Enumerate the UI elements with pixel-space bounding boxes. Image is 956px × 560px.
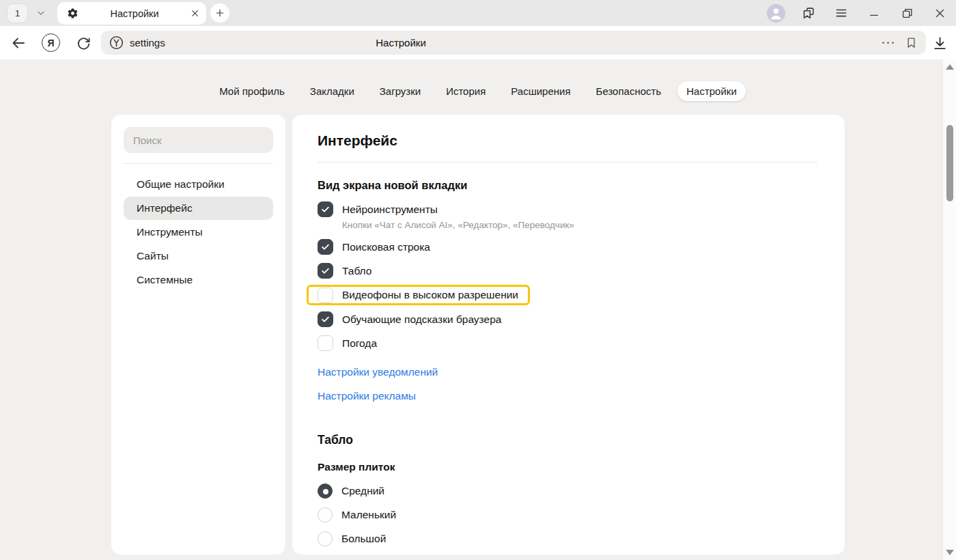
panels-icon[interactable] (792, 0, 825, 26)
checkbox-label: Видеофоны в высоком разрешении (342, 289, 518, 301)
back-button[interactable] (10, 34, 27, 52)
radio-label: Маленький (341, 509, 396, 521)
profile-avatar[interactable] (759, 0, 792, 26)
radio-unselected[interactable] (318, 507, 333, 522)
scroll-down-arrow-icon[interactable] (946, 550, 954, 555)
checkbox-checked[interactable] (318, 201, 333, 217)
checkbox-label: Табло (342, 265, 371, 277)
checkbox-row-search-bar[interactable]: Поисковая строка (318, 235, 817, 259)
sidebar-item-tools[interactable]: Инструменты (124, 221, 273, 244)
radio-row-large[interactable]: Большой (318, 527, 817, 550)
window-restore-button[interactable] (890, 0, 923, 26)
settings-nav-tabs: Мой профиль Закладки Загрузки История Ра… (111, 81, 845, 101)
menu-hamburger-icon[interactable] (825, 0, 858, 26)
gear-icon (67, 8, 79, 19)
checkbox-row-video-backgrounds-highlighted[interactable]: Видеофоны в высоком разрешении (307, 285, 530, 305)
settings-sidebar: Общие настройки Интерфейс Инструменты Са… (111, 115, 285, 555)
browser-tab-settings[interactable]: Настройки (57, 2, 206, 25)
checkbox-row-neurotools[interactable]: Нейроинструменты (318, 197, 817, 221)
radio-row-small[interactable]: Маленький (318, 503, 817, 527)
settings-main-panel: Интерфейс Вид экрана новой вкладки Нейро… (292, 115, 845, 555)
address-text[interactable]: settings (130, 31, 165, 55)
search-input[interactable] (124, 127, 273, 153)
checkbox-row-browser-tips[interactable]: Обучающие подсказки браузера (318, 307, 817, 331)
checkbox-label: Погода (342, 337, 377, 350)
tableau-section-heading: Табло (318, 433, 817, 447)
notifications-settings-link[interactable]: Настройки уведомлений (318, 365, 817, 379)
yandex-logo[interactable]: Я (42, 33, 60, 52)
scrollbar-thumb[interactable] (946, 125, 953, 201)
radio-label: Большой (341, 533, 386, 545)
window-minimize-button[interactable] (858, 0, 890, 26)
omnibox-page-title: Настройки (376, 31, 426, 55)
nav-tab-extensions[interactable]: Расширения (502, 81, 579, 101)
tab-title: Настройки (79, 8, 191, 19)
protect-icon[interactable] (109, 35, 124, 51)
checkbox-row-weather[interactable]: Погода (318, 331, 817, 355)
tile-size-label: Размер плиток (318, 461, 817, 473)
downloads-icon[interactable] (931, 34, 948, 52)
sidebar-divider (124, 163, 273, 164)
sidebar-item-general[interactable]: Общие настройки (124, 173, 273, 196)
tab-list-chevron-down-icon[interactable] (33, 5, 48, 20)
titlebar: 1 Настройки (0, 0, 956, 26)
nav-tab-history[interactable]: История (437, 81, 494, 101)
page-scrollbar[interactable] (942, 59, 956, 560)
checkbox-checked[interactable] (318, 311, 333, 327)
radio-label: Средний (341, 485, 384, 497)
sidebar-item-sites[interactable]: Сайты (124, 244, 273, 268)
more-actions-icon[interactable] (882, 42, 895, 44)
nav-tab-settings[interactable]: Настройки (677, 81, 746, 101)
nav-tab-downloads[interactable]: Загрузки (371, 81, 430, 101)
avatar-icon (767, 4, 785, 23)
heading-divider (318, 162, 817, 163)
nav-tab-bookmarks[interactable]: Закладки (301, 81, 363, 101)
checkbox-unchecked[interactable] (318, 335, 333, 351)
sidebar-item-system[interactable]: Системные (124, 268, 273, 292)
radio-unselected[interactable] (318, 531, 333, 546)
checkbox-unchecked[interactable] (318, 288, 333, 303)
checkbox-label: Поисковая строка (342, 241, 430, 253)
checkbox-label: Нейроинструменты (342, 204, 438, 216)
yandex-logo-letter: Я (47, 38, 54, 48)
scroll-up-arrow-icon[interactable] (946, 64, 954, 70)
checkbox-row-tableau[interactable]: Табло (318, 259, 817, 283)
tab-close-icon[interactable] (191, 9, 199, 18)
nav-tab-profile[interactable]: Мой профиль (210, 81, 294, 101)
address-bar[interactable]: settings Настройки (101, 31, 926, 55)
window-close-button[interactable] (923, 0, 956, 26)
checkbox-label: Обучающие подсказки браузера (342, 313, 501, 326)
new-tab-button[interactable] (210, 3, 229, 23)
checkbox-checked[interactable] (318, 239, 333, 255)
sidebar-item-interface[interactable]: Интерфейс (124, 197, 273, 220)
nav-tab-security[interactable]: Безопасность (587, 81, 671, 101)
page-title: Интерфейс (318, 115, 817, 149)
toolbar: Я settings Настройки (0, 26, 956, 59)
bookmark-icon[interactable] (905, 36, 918, 49)
checkbox-checked[interactable] (318, 263, 333, 279)
section-title: Вид экрана новой вкладки (318, 179, 817, 192)
tab-count-button[interactable]: 1 (7, 3, 28, 23)
ads-settings-link[interactable]: Настройки рекламы (318, 389, 817, 403)
refresh-button[interactable] (74, 34, 92, 52)
radio-row-medium[interactable]: Средний (318, 479, 817, 503)
radio-selected[interactable] (318, 484, 333, 499)
neurotools-subtext: Кнопки «Чат с Алисой AI», «Редактор», «П… (342, 220, 817, 230)
settings-page: Мой профиль Закладки Загрузки История Ра… (0, 59, 956, 560)
